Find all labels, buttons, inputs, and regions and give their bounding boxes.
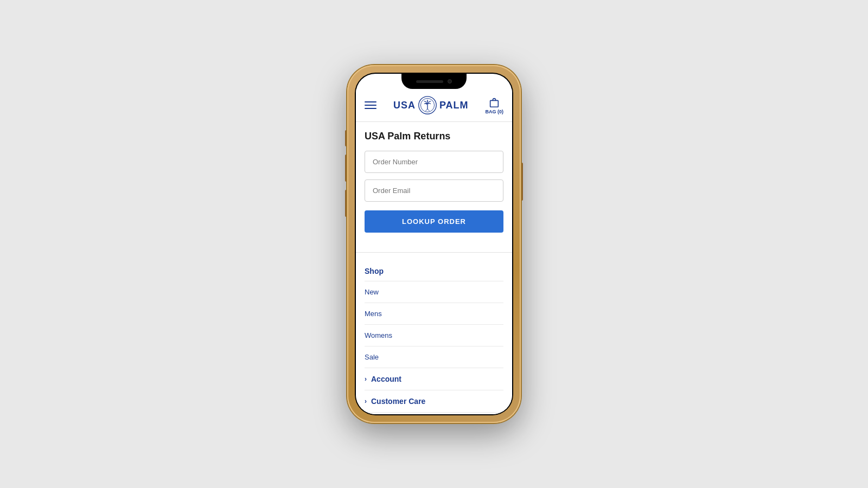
hamburger-line-2	[365, 105, 376, 106]
nav-section: Shop New Mens Womens Sale	[356, 253, 512, 414]
nav-item-about-us[interactable]: › About Us	[365, 413, 503, 414]
lookup-order-button[interactable]: LOOKUP ORDER	[365, 210, 503, 233]
speaker	[416, 80, 443, 83]
svg-point-4	[427, 103, 429, 105]
nav-item-mens[interactable]: Mens	[365, 303, 503, 325]
screen-content: USA	[356, 89, 512, 414]
nav-item-new[interactable]: New	[365, 281, 503, 303]
logo-emblem-icon	[418, 95, 437, 115]
chevron-right-icon-account: ›	[365, 375, 367, 383]
hamburger-line-3	[365, 108, 376, 109]
nav-item-customer-care[interactable]: › Customer Care	[365, 390, 503, 413]
order-number-input[interactable]	[365, 151, 503, 173]
chevron-right-icon-customercare: ›	[365, 397, 367, 405]
nav-item-customercare-expandable: › Customer Care	[365, 397, 425, 406]
logo[interactable]: USA	[393, 95, 469, 115]
nav-item-new-label: New	[365, 288, 379, 296]
hamburger-line-1	[365, 101, 376, 102]
nav-item-sale-label: Sale	[365, 353, 379, 361]
nav-item-womens-label: Womens	[365, 331, 392, 339]
nav-item-account-expandable: › Account	[365, 375, 401, 383]
svg-rect-5	[490, 100, 499, 107]
nav-item-womens[interactable]: Womens	[365, 325, 503, 346]
camera	[448, 79, 452, 84]
svg-point-3	[426, 103, 427, 105]
hamburger-button[interactable]	[365, 101, 376, 109]
side-button-power	[521, 163, 523, 201]
bag-icon	[488, 97, 500, 108]
order-number-group	[365, 151, 503, 173]
nav-item-account[interactable]: › Account	[365, 368, 503, 390]
order-email-input[interactable]	[365, 179, 503, 202]
logo-text-usa: USA	[393, 100, 416, 111]
nav-item-mens-label: Mens	[365, 310, 382, 318]
page-title: USA Palm Returns	[365, 131, 503, 142]
nav-item-sale[interactable]: Sale	[365, 346, 503, 368]
bag-button[interactable]: BAG (0)	[486, 97, 504, 114]
nav-item-customercare-label: Customer Care	[371, 397, 425, 406]
header: USA	[356, 89, 512, 122]
logo-text-palm: PALM	[439, 100, 469, 111]
phone-screen-wrapper: USA	[355, 73, 513, 415]
main-content: USA Palm Returns LOOKUP ORDER	[356, 122, 512, 241]
bag-label: BAG (0)	[486, 109, 504, 114]
nav-item-account-label: Account	[371, 375, 401, 383]
phone-notch	[401, 74, 467, 89]
shop-category-label: Shop	[365, 261, 503, 281]
phone-screen: USA	[356, 74, 512, 414]
phone-device: USA	[347, 65, 521, 423]
order-email-group	[365, 179, 503, 202]
